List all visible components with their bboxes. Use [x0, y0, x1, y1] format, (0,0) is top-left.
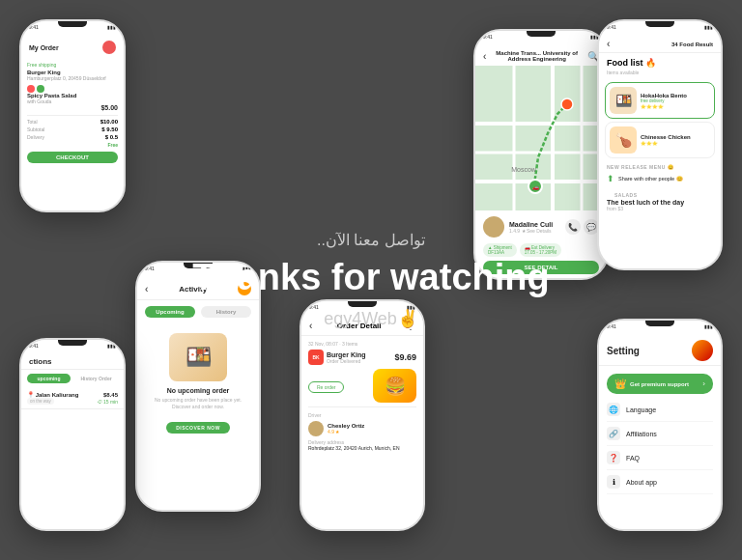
map-area: Moscow 🚗: [475, 66, 607, 210]
subtotal-label: Subtotal: [27, 126, 44, 132]
settings-header: Setting: [599, 332, 721, 366]
reorder-button[interactable]: Re order: [308, 381, 344, 393]
driver-avatar: [308, 421, 324, 436]
food-list-title: Food list 🔥: [599, 53, 721, 70]
tab-upcoming[interactable]: Upcoming: [145, 306, 195, 318]
food-card-1[interactable]: 🍱 HokaHoka Bento free delivery ⭐⭐⭐⭐: [605, 82, 715, 119]
driver-label: Driver: [308, 412, 416, 418]
faq-label: FAQ: [626, 455, 640, 462]
food-list-header: ‹ 34 Food Result: [599, 33, 721, 53]
empty-state: 🍱 No upcoming order No upcoming order ha…: [137, 323, 259, 443]
chevron-icon: ›: [702, 379, 705, 388]
brand-sub: Order Delivered: [327, 358, 365, 364]
sushi-image: 🍱: [169, 333, 227, 381]
call-icon[interactable]: 📞: [565, 219, 581, 235]
driver-actions: 📞 💬: [565, 219, 599, 235]
notch: [645, 321, 674, 326]
order-item-2: Spicy Pasta Salad with Gouda $5.00: [27, 85, 118, 111]
svg-point-8: [561, 98, 573, 110]
food-name-2: Chinesse Chicken: [641, 134, 710, 140]
location-tabs: upcoming History Order: [21, 370, 124, 387]
items-available: Items available: [599, 70, 721, 79]
delivery-value: $ 0.5: [105, 134, 118, 140]
settings-item-about[interactable]: ℹ About app: [607, 470, 713, 494]
phone-food-list: 9:41 ▮▮▮ ‹ 34 Food Result Food list 🔥 It…: [597, 19, 723, 270]
total-row: Total $10.00: [27, 119, 118, 125]
phone-settings: 9:41 ▮▮▮ Setting 👑 Get premium support ›…: [597, 319, 723, 531]
brand-logo: BK: [308, 350, 324, 365]
premium-button[interactable]: 👑 Get premium support ›: [607, 374, 713, 394]
phone-locations: 9:41 ▮▮▮ ctions upcoming History Order 📍…: [19, 338, 126, 531]
food-card-2[interactable]: 🍗 Chinesse Chicken ⭐⭐⭐: [605, 122, 715, 158]
food-icon-red: [27, 85, 35, 93]
driver-info: Chesley Ortiz 4.9 ★: [328, 423, 364, 434]
driver-section: Driver Chesley Ortiz 4.9 ★ Delivery addr…: [308, 406, 416, 451]
notch: [58, 21, 87, 27]
tab-history[interactable]: History Order: [74, 374, 118, 383]
settings-list: 🌐 Language 🔗 Affiliations ❓ FAQ ℹ About …: [599, 398, 721, 494]
free-label: Free: [107, 142, 118, 148]
back-icon[interactable]: ‹: [145, 284, 148, 294]
order-header: My Order: [21, 33, 124, 58]
brand-info: BK Burger King Order Delivered: [308, 350, 365, 365]
food-rating-1: ⭐⭐⭐⭐: [641, 104, 710, 109]
driver-name: Madaline Culi: [509, 221, 553, 228]
language-label: Language: [626, 406, 656, 413]
affiliations-icon: 🔗: [607, 427, 620, 440]
location-name: 📍 Jalan Kaliurang: [27, 391, 78, 398]
notch: [645, 21, 674, 27]
item-price: $5.00: [27, 104, 118, 111]
premium-icon: 👑: [614, 378, 626, 389]
result-count: 34 Food Result: [671, 42, 713, 47]
phone-order-detail: 9:41 ▮▮▮ ‹ Order Detail ⋮ 32 Nov, 08:07 …: [300, 299, 425, 531]
settings-item-affiliations[interactable]: 🔗 Affiliations: [607, 422, 713, 446]
svg-text:Moscow: Moscow: [511, 166, 537, 173]
salads-title: The best luch of the day: [607, 199, 713, 206]
center-message: تواصل معنا الآن.. Thanks for watching eg…: [192, 231, 549, 329]
delivery-row: Delivery $ 0.5: [27, 134, 118, 140]
checkout-button[interactable]: CHECKOUT: [27, 152, 118, 163]
location-header: ctions: [21, 351, 124, 370]
back-icon[interactable]: ‹: [607, 39, 610, 49]
settings-item-language[interactable]: 🌐 Language: [607, 398, 713, 422]
location-card-1[interactable]: 📍 Jalan Kaliurang $8.45 on the way ⏱ 15 …: [21, 387, 124, 409]
driver-row: Chesley Ortiz 4.9 ★: [308, 421, 416, 436]
free-row: Free: [27, 142, 118, 148]
phone-my-order: 9:41 ▮▮▮ My Order Free shipping Burger K…: [19, 19, 126, 212]
discover-button[interactable]: DISCOVER NOW: [166, 422, 230, 434]
premium-label: Get premium support: [630, 381, 689, 387]
order-price: $9.69: [394, 352, 416, 362]
food-preview-image: 🍔: [373, 369, 416, 403]
driver-rating: 4.9 ★: [328, 429, 364, 434]
divider: [27, 115, 118, 116]
shipping-label: Free shipping: [27, 62, 118, 68]
location-time: ⏱ 15 min: [98, 399, 118, 405]
food-tag-1: free delivery: [641, 98, 710, 103]
food-info-1: HokaHoka Bento free delivery ⭐⭐⭐⭐: [641, 93, 710, 109]
about-label: About app: [626, 479, 657, 486]
header-title: Machine Trans... University of Address E…: [486, 50, 587, 62]
header-title: ctions: [29, 357, 116, 366]
empty-title: No upcoming order: [145, 387, 251, 394]
svg-text:🚗: 🚗: [532, 183, 540, 191]
notch: [527, 31, 556, 37]
salads-section: SALADS The best luch of the day from $3: [599, 186, 721, 214]
settings-item-faq[interactable]: ❓ FAQ: [607, 446, 713, 470]
share-row: ⬆ Share with other people 😊: [599, 171, 721, 186]
main-title: Thanks for watching: [192, 257, 549, 298]
location-row: 📍 Jalan Kaliurang $8.45: [27, 391, 118, 398]
food-info-2: Chinesse Chicken ⭐⭐⭐: [641, 134, 710, 146]
total-value: $10.00: [100, 119, 118, 125]
salads-sub: from $3: [607, 206, 713, 211]
tab-upcoming[interactable]: upcoming: [27, 374, 71, 383]
header-title: My Order: [29, 44, 59, 51]
share-icon: ⬆: [607, 174, 614, 183]
empty-subtitle: No upcoming order have been place yet. D…: [145, 397, 251, 410]
language-icon: 🌐: [607, 403, 620, 416]
section-label: New Release Menu 😊: [599, 161, 721, 171]
share-text: Share with other people 😊: [618, 176, 683, 182]
settings-title: Setting: [607, 346, 640, 356]
user-avatar: [692, 340, 713, 361]
order-item: BK Burger King Order Delivered $9.69: [308, 350, 416, 365]
delivery-address: Rohrdeplatz 32, 20420 Aurich, Munich, EN: [308, 445, 416, 451]
